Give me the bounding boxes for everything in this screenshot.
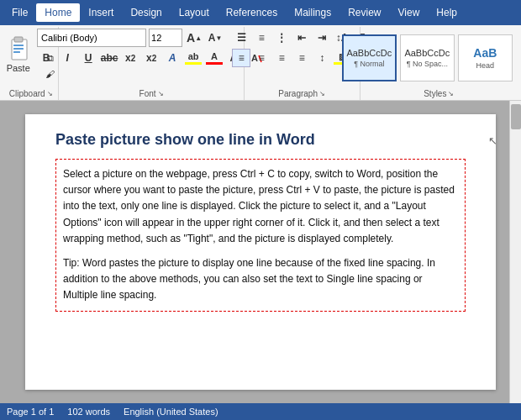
styles-scroll-up[interactable]: ▲ bbox=[518, 29, 521, 47]
align-right-button[interactable]: ≡ bbox=[272, 49, 291, 67]
paste-icon bbox=[5, 36, 32, 63]
clipboard-expand-icon[interactable]: ↘ bbox=[47, 90, 53, 97]
word-count: 102 words bbox=[67, 407, 110, 417]
menu-review[interactable]: Review bbox=[339, 3, 389, 22]
menu-view[interactable]: View bbox=[390, 3, 429, 22]
increase-indent-button[interactable]: ⇥ bbox=[313, 29, 331, 47]
status-bar: Page 1 of 1 102 words English (United St… bbox=[0, 403, 521, 420]
styles-scroll-down[interactable]: ▼ bbox=[518, 49, 521, 67]
paragraph-group-bottom: Paragraph ↘ bbox=[248, 89, 356, 98]
bullets-button[interactable]: ☰ bbox=[232, 29, 250, 47]
paragraph-label: Paragraph bbox=[278, 89, 318, 98]
document-page: Paste picture show one line in Word Sele… bbox=[25, 114, 496, 390]
clipboard-label: Clipboard bbox=[9, 89, 45, 98]
svg-rect-1 bbox=[14, 37, 23, 42]
style-heading-preview: AaB bbox=[473, 46, 497, 60]
clipboard-group-bottom: Clipboard ↘ bbox=[7, 89, 55, 98]
styles-arrows: ▲ ▼ ⊞ bbox=[518, 29, 521, 87]
styles-group-bottom: Styles ↘ bbox=[364, 89, 514, 98]
menu-references[interactable]: References bbox=[218, 3, 286, 22]
menu-layout[interactable]: Layout bbox=[171, 3, 218, 22]
styles-group: AaBbCcDc ¶ Normal AaBbCcDc ¶ No Spac... … bbox=[360, 27, 518, 100]
superscript-button[interactable]: x2 bbox=[142, 49, 161, 67]
text-effects-button[interactable]: A bbox=[163, 49, 182, 67]
font-label: Font bbox=[139, 89, 156, 98]
style-normal-box[interactable]: AaBbCcDc ¶ Normal bbox=[342, 34, 397, 81]
italic-button[interactable]: I bbox=[58, 49, 76, 67]
menu-insert[interactable]: Insert bbox=[80, 3, 122, 22]
font-group: A▲ A▼ B I U abc x2 x2 A ab bbox=[59, 27, 244, 100]
document-body[interactable]: Select a picture on the webpage, press C… bbox=[55, 159, 466, 312]
underline-button[interactable]: U bbox=[79, 49, 97, 67]
font-size-input[interactable] bbox=[149, 29, 182, 47]
align-center-button[interactable]: ≡ bbox=[252, 49, 271, 67]
ribbon: Paste ✂ ⧉ 🖌 Clipboard ↘ A▲ A▼ bbox=[0, 25, 521, 101]
menu-home[interactable]: Home bbox=[36, 3, 80, 22]
font-name-row: A▲ A▼ bbox=[37, 29, 224, 47]
style-heading-name: Head bbox=[476, 61, 495, 70]
subscript-button[interactable]: x2 bbox=[121, 49, 139, 67]
document-title: Paste picture show one line in Word bbox=[55, 131, 466, 149]
menu-design[interactable]: Design bbox=[122, 3, 170, 22]
svg-rect-4 bbox=[13, 51, 20, 53]
style-heading-box[interactable]: AaB Head bbox=[458, 34, 513, 81]
font-shrink-button[interactable]: A▼ bbox=[206, 29, 224, 47]
vertical-scrollbar[interactable] bbox=[509, 101, 521, 403]
font-name-input[interactable] bbox=[37, 29, 146, 47]
multilevel-list-button[interactable]: ⋮ bbox=[272, 29, 291, 47]
cursor-indicator: ↖ bbox=[488, 134, 497, 147]
bold-button[interactable]: B bbox=[37, 49, 55, 67]
menu-bar: File Home Insert Design Layout Reference… bbox=[0, 0, 521, 25]
document-area: Paste picture show one line in Word Sele… bbox=[0, 101, 521, 403]
line-spacing-button[interactable]: ↕ bbox=[313, 49, 331, 67]
page-indicator: Page 1 of 1 bbox=[7, 407, 54, 417]
styles-label: Styles bbox=[424, 89, 446, 98]
document-paragraph-2: Tip: Word pastes the picture to display … bbox=[63, 255, 458, 304]
font-group-bottom: Font ↘ bbox=[62, 89, 239, 98]
font-grow-button[interactable]: A▲ bbox=[185, 29, 203, 47]
styles-expand-icon[interactable]: ↘ bbox=[448, 90, 454, 97]
styles-group-content: AaBbCcDc ¶ Normal AaBbCcDc ¶ No Spac... … bbox=[342, 29, 521, 87]
justify-button[interactable]: ≡ bbox=[292, 49, 311, 67]
scrollbar-thumb[interactable] bbox=[511, 104, 521, 129]
font-color-button[interactable]: A bbox=[205, 49, 224, 67]
svg-rect-3 bbox=[13, 48, 24, 50]
style-nospace-box[interactable]: AaBbCcDc ¶ No Spac... bbox=[400, 34, 455, 81]
style-nospace-preview: AaBbCcDc bbox=[404, 48, 450, 58]
strikethrough-button[interactable]: abc bbox=[100, 49, 118, 67]
decrease-indent-button[interactable]: ⇤ bbox=[292, 29, 311, 47]
font-expand-icon[interactable]: ↘ bbox=[158, 90, 164, 97]
styles-expand[interactable]: ⊞ bbox=[518, 69, 521, 87]
menu-mailings[interactable]: Mailings bbox=[286, 3, 339, 22]
svg-rect-2 bbox=[13, 45, 24, 46]
paste-button[interactable]: Paste bbox=[0, 34, 37, 81]
numbering-button[interactable]: ≡ bbox=[252, 29, 271, 47]
paragraph-expand-icon[interactable]: ↘ bbox=[319, 90, 325, 97]
style-normal-preview: AaBbCcDc bbox=[346, 48, 392, 58]
style-normal-name: ¶ Normal bbox=[354, 60, 384, 68]
highlight-button[interactable]: ab bbox=[184, 49, 203, 67]
menu-help[interactable]: Help bbox=[428, 3, 466, 22]
style-nospace-name: ¶ No Spac... bbox=[407, 60, 448, 68]
paste-label: Paste bbox=[7, 63, 30, 73]
document-paragraph-1: Select a picture on the webpage, press C… bbox=[63, 166, 458, 247]
align-left-button[interactable]: ≡ bbox=[232, 49, 250, 67]
menu-file[interactable]: File bbox=[3, 3, 36, 22]
language-indicator: English (United States) bbox=[124, 407, 218, 417]
